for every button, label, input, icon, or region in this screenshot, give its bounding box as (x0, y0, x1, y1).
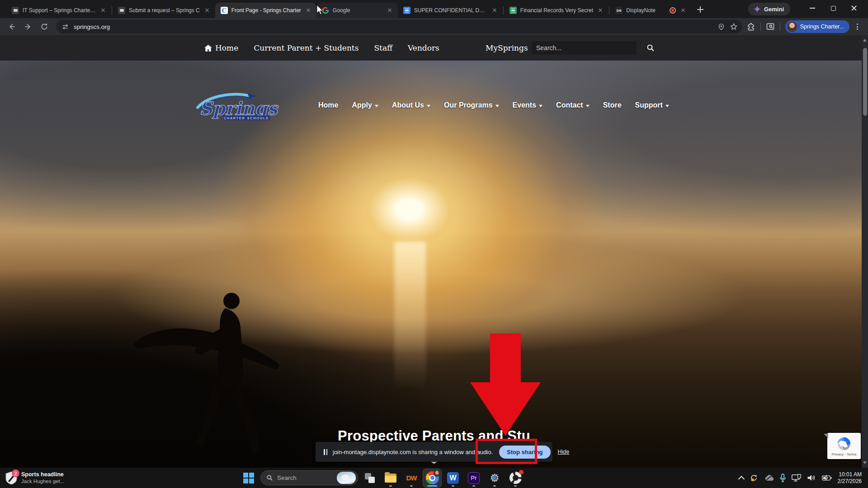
onedrive-paused-icon[interactable] (764, 474, 774, 482)
google-docs-favicon-icon (403, 7, 410, 14)
utility-mysprings-link[interactable]: MySprings (486, 35, 528, 61)
nav-events[interactable]: Events (513, 101, 542, 109)
cast-display-icon[interactable] (792, 474, 801, 482)
hide-link[interactable]: Hide (558, 449, 570, 455)
folder-icon (385, 474, 396, 483)
close-tab-icon[interactable] (597, 7, 604, 14)
gear-icon: ⚙ (490, 473, 500, 483)
nav-our-programs[interactable]: Our Programs (444, 101, 499, 109)
taskbar-clock[interactable]: 10:01 AM 2/27/2026 (838, 471, 862, 485)
obs-button[interactable] (506, 469, 524, 487)
chrome-button[interactable] (423, 469, 441, 487)
tab-confidential-doc[interactable]: SUPER CONFIDENTIAL DOCU (398, 3, 503, 18)
utility-links: Home Current Parent + Students Staff Ven… (204, 35, 439, 61)
close-tab-icon[interactable] (305, 7, 312, 14)
address-bar[interactable]: springscs.org (56, 20, 742, 33)
bookmark-star-icon[interactable] (730, 23, 738, 31)
recaptcha-fold (824, 434, 828, 438)
tab-separator (609, 6, 609, 14)
widget-subtext: Jack Hughes get... (21, 478, 64, 485)
microphone-icon[interactable] (780, 474, 786, 482)
gemini-label: Gemini (764, 6, 784, 13)
mouse-cursor (316, 5, 324, 15)
close-tab-icon[interactable] (491, 7, 498, 14)
news-widget[interactable]: 2 Sports headline Jack Hughes get... (0, 468, 70, 488)
site-settings-icon[interactable] (61, 23, 69, 31)
speaker-icon[interactable] (807, 474, 816, 482)
page-scrollbar[interactable] (862, 35, 868, 468)
close-tab-icon[interactable] (99, 7, 107, 14)
utility-home-link[interactable]: Home (204, 43, 238, 52)
location-icon[interactable] (717, 23, 725, 31)
word-button[interactable]: W (444, 469, 462, 487)
tab-financial-records[interactable]: Financial Records Very Secret (504, 3, 609, 18)
file-explorer-button[interactable] (382, 469, 400, 487)
taskbar-search-input[interactable] (277, 474, 331, 481)
reload-button[interactable] (37, 19, 52, 34)
tab-strip: IT Support – Springs Charter S Submit a … (0, 0, 707, 18)
obs-recording-dot (519, 470, 524, 474)
recaptcha-badge[interactable]: Privacy - Terms (827, 433, 861, 459)
scroll-down-icon[interactable] (863, 461, 867, 464)
extensions-icon[interactable] (747, 23, 755, 31)
tab-it-support[interactable]: IT Support – Springs Charter S (6, 3, 111, 18)
window-minimize-button[interactable] (802, 0, 823, 16)
nav-support[interactable]: Support (635, 101, 669, 109)
close-tab-icon[interactable] (203, 7, 211, 14)
site-utility-nav: Home Current Parent + Students Staff Ven… (0, 35, 868, 61)
window-close-button[interactable] (844, 0, 864, 16)
profile-label: Springs Charter... (800, 23, 844, 30)
gemini-button[interactable]: Gemini (748, 3, 790, 15)
nav-apply[interactable]: Apply (352, 101, 378, 109)
nav-home[interactable]: Home (318, 101, 338, 109)
scrollbar-thumb[interactable] (863, 48, 867, 116)
tab-displaynote[interactable]: DN DisplayNote (610, 3, 691, 18)
site-search-input[interactable] (532, 41, 637, 55)
profile-avatar (787, 22, 797, 32)
caret-down-icon (665, 105, 669, 107)
site-search-icon[interactable] (646, 44, 655, 52)
forward-button[interactable] (21, 19, 35, 34)
displaynote-favicon-icon: DN (615, 7, 623, 14)
new-tab-button[interactable] (694, 3, 707, 16)
settings-button[interactable]: ⚙ (486, 469, 504, 487)
premiere-button[interactable]: Pr (465, 469, 483, 487)
utility-vendors-link[interactable]: Vendors (408, 43, 439, 52)
close-tab-icon[interactable] (679, 7, 687, 14)
close-tab-icon[interactable] (386, 7, 393, 14)
utility-current-parents-link[interactable]: Current Parent + Students (254, 43, 359, 52)
start-button[interactable] (240, 469, 258, 487)
caret-down-icon (427, 105, 430, 107)
tab-submit-request[interactable]: Submit a request – Springs C (113, 3, 215, 18)
nav-about-us[interactable]: About Us (392, 101, 430, 109)
url-text[interactable]: springscs.org (74, 23, 713, 30)
home-icon (204, 45, 212, 52)
battery-charging-icon[interactable] (822, 474, 832, 481)
back-button[interactable] (5, 19, 19, 34)
scroll-up-icon[interactable] (863, 39, 867, 42)
caret-down-icon (539, 105, 542, 107)
google-sheets-favicon-icon (509, 7, 517, 14)
dreamweaver-button[interactable]: DW (402, 469, 420, 487)
tab-front-page-active[interactable]: C Front Page - Springs Charter (215, 3, 316, 18)
tab-title: Google (333, 7, 382, 14)
profile-chip[interactable]: Springs Charter... (785, 20, 849, 33)
taskbar-search[interactable] (260, 470, 358, 485)
browser-menu-icon[interactable] (853, 23, 862, 30)
recaptcha-privacy-terms[interactable]: Privacy - Terms (832, 452, 857, 456)
side-panel-search-icon[interactable] (766, 22, 775, 31)
sync-update-icon[interactable] (750, 474, 758, 482)
annotation-red-rectangle (476, 439, 537, 464)
caret-down-icon (495, 105, 499, 107)
recaptcha-logo-icon (836, 436, 852, 451)
nav-store[interactable]: Store (603, 101, 622, 109)
springs-logo[interactable]: Springs CHARTER SCHOOLS (193, 91, 289, 121)
utility-staff-link[interactable]: Staff (374, 43, 392, 52)
chrome-profile-avatar (434, 470, 440, 477)
nav-contact[interactable]: Contact (556, 101, 590, 109)
task-view-button[interactable] (361, 469, 379, 487)
tray-hidden-icons-chevron[interactable] (738, 475, 745, 482)
search-highlight-image[interactable] (337, 472, 356, 484)
window-restore-button[interactable] (823, 0, 844, 16)
tab-google[interactable]: Google (316, 3, 398, 18)
